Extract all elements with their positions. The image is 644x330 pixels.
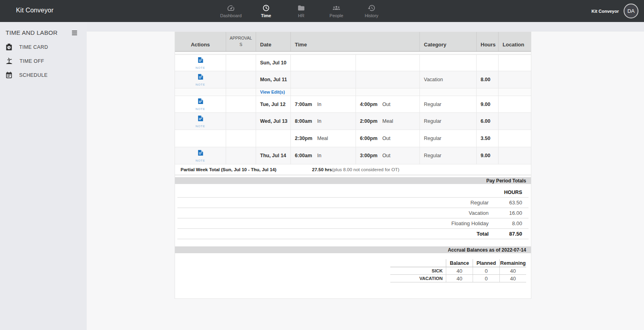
location-cell (499, 147, 531, 164)
totals-header-row: HOURS (177, 187, 529, 198)
top-nav: Dashboard Time HR People (217, 0, 386, 22)
totals-label: Total (177, 231, 489, 237)
hours-cell: 9.00 (481, 153, 490, 158)
hours-cell: 3.50 (481, 136, 490, 141)
actions-cell (175, 88, 226, 96)
clock-icon (262, 4, 270, 12)
avatar[interactable]: DA (624, 4, 638, 18)
sidebar-item-time-card[interactable]: TIME CARD (0, 40, 87, 54)
view-edits-link[interactable]: View Edit(s) (260, 90, 285, 94)
category-cell: Regular (424, 136, 441, 141)
accrual-column-balance: Balance (446, 259, 473, 267)
punch-type: Meal (382, 118, 393, 124)
app-root: Kit Conveyor Dashboard Time HR (0, 0, 644, 330)
totals-value: 8.00 (489, 220, 522, 226)
nav-label: HR (298, 13, 304, 18)
column-header-date: Date (256, 32, 291, 51)
hours-cell: 9.00 (481, 102, 490, 107)
sidebar-item-label: TIME CARD (19, 44, 48, 50)
approvals-cell (226, 130, 256, 147)
date-cell: Wed, Jul 13 (260, 118, 288, 124)
punch-time: 6:00pm (360, 136, 382, 141)
date-cell (256, 130, 291, 147)
sidebar-item-time-off[interactable]: TIME OFF (0, 54, 87, 68)
sidebar-item-label: SCHEDULE (19, 72, 48, 78)
punch-time: 2:30pm (295, 136, 317, 141)
totals-label: Vacation (177, 210, 489, 216)
location-cell (499, 96, 531, 112)
column-header-hours: Hours (477, 32, 499, 51)
table-row-wed-jul-13-cont: 2:30pmMeal 6:00pmOut Regular 3.50 (175, 130, 531, 147)
note-button[interactable]: NOTE (195, 56, 205, 70)
nav-item-time[interactable]: Time (252, 0, 280, 22)
note-button[interactable]: NOTE (195, 149, 205, 162)
note-button[interactable]: NOTE (195, 73, 205, 86)
nav-item-people[interactable]: People (322, 0, 350, 22)
note-button-label: NOTE (195, 66, 205, 70)
nav-item-dashboard[interactable]: Dashboard (217, 0, 245, 22)
totals-label: Floating Holiday (177, 220, 489, 226)
accrual-header-row: Balance Planned Remaining (390, 259, 526, 267)
spacer-row (175, 52, 531, 55)
accrual-balance: 40 (446, 267, 473, 274)
totals-label: Regular (177, 200, 489, 206)
punch-type: In (317, 118, 321, 124)
history-icon (368, 4, 376, 12)
punch-type: In (317, 153, 321, 158)
punch-type: In (317, 102, 321, 107)
timecard-header-row: Actions APPROVALS Date Time Category Hou… (175, 32, 531, 52)
gauge-icon (227, 4, 235, 12)
accrual-row-vacation: VACATION 40 0 40 (390, 275, 526, 282)
accrual-remaining: 40 (499, 267, 526, 274)
people-icon (332, 4, 340, 12)
hours-column-header: HOURS (489, 190, 522, 195)
totals-value: 63.50 (489, 200, 522, 206)
sidebar-item-label: TIME OFF (20, 58, 44, 64)
company-label: Kit Conveyor (592, 9, 619, 14)
note-icon (197, 98, 204, 106)
date-cell: Sun, Jul 10 (260, 60, 286, 66)
totals-row-regular: Regular 63.50 (177, 198, 529, 208)
table-row-mon-jul-11: NOTE Mon, Jul 11 Vacation 8.00 (175, 71, 531, 88)
note-button[interactable]: NOTE (195, 115, 205, 128)
approvals-cell (226, 96, 256, 112)
partial-week-total-row: Partial Week Total (Sun, Jul 10 - Thu, J… (175, 164, 531, 175)
approvals-cell (226, 71, 256, 88)
folder-icon (297, 4, 305, 12)
menu-icon[interactable] (71, 29, 78, 36)
pay-period-totals-header: Pay Period Totals (175, 177, 531, 184)
note-button[interactable]: NOTE (195, 98, 205, 111)
category-cell (420, 55, 477, 71)
accrual-planned: 0 (473, 267, 499, 274)
time-out-cell (356, 88, 420, 96)
note-icon (197, 149, 204, 158)
time-out-cell (356, 55, 420, 71)
accrual-balances-table: Balance Planned Remaining SICK 40 0 40 V… (390, 259, 526, 282)
date-cell: Tue, Jul 12 (260, 102, 286, 107)
date-cell: Thu, Jul 14 (260, 153, 286, 158)
date-cell: Mon, Jul 11 (260, 77, 287, 82)
nav-label: Time (261, 13, 271, 18)
category-cell: Vacation (424, 77, 443, 82)
accrual-label: SICK (390, 268, 446, 273)
punch-type: Out (382, 102, 390, 107)
punch-time: 3:00pm (360, 153, 382, 158)
totals-row-floating-holiday: Floating Holiday 8.00 (177, 218, 529, 229)
punch-time: 2:00pm (360, 118, 382, 124)
note-button-label: NOTE (195, 83, 205, 86)
sidebar: TIME AND LABOR TIME CARD TIME OFF SCHEDU… (0, 22, 87, 330)
category-cell: Regular (424, 102, 441, 107)
totals-value: 87.50 (489, 231, 522, 237)
timecard-panel: Actions APPROVALS Date Time Category Hou… (175, 32, 531, 299)
nav-item-history[interactable]: History (358, 0, 386, 22)
punch-time: 4:00pm (360, 102, 382, 107)
approvals-cell (226, 147, 256, 164)
top-bar: Kit Conveyor Dashboard Time HR (0, 0, 644, 22)
main-content: Actions APPROVALS Date Time Category Hou… (87, 22, 644, 330)
sidebar-item-schedule[interactable]: SCHEDULE (0, 68, 87, 82)
accrual-column-remaining: Remaining (499, 259, 526, 267)
location-cell (499, 113, 531, 130)
nav-item-hr[interactable]: HR (287, 0, 315, 22)
column-header-actions: Actions (175, 32, 226, 51)
note-button-label: NOTE (195, 124, 205, 128)
